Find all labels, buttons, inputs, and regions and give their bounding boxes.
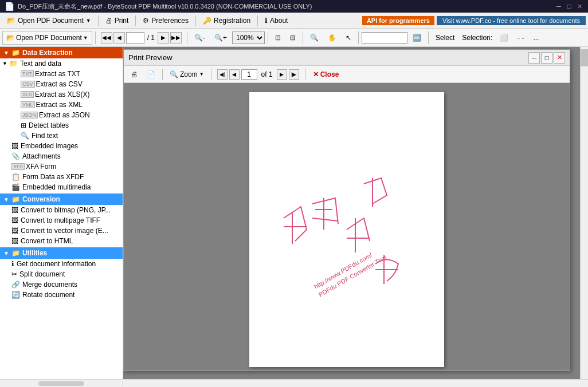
pp-page-setup-btn[interactable]: 📄: [143, 68, 159, 81]
tree-rotate-document[interactable]: 🔄 Rotate document: [0, 290, 123, 300]
tree-convert-vector[interactable]: 🖼 Convert to vector image (E...: [0, 226, 123, 236]
sidebar-scroll-track[interactable]: [0, 379, 123, 387]
pp-print-btn[interactable]: 🖨: [127, 68, 141, 81]
tree-get-doc-info[interactable]: ℹ Get document information: [0, 259, 123, 269]
item-label: Split document: [19, 270, 65, 278]
tree-convert-bitmap[interactable]: 🖼 Convert to bitmap (PNG, JP...: [0, 205, 123, 215]
item-label: Find text: [32, 132, 58, 140]
page-separator: / 1: [147, 34, 155, 42]
pp-close-button[interactable]: ✕ Close: [309, 69, 343, 80]
toolbar-sep-3: [268, 31, 268, 44]
close-window-button[interactable]: ✕: [575, 2, 583, 10]
menu-registration[interactable]: 🔑 Registration: [198, 13, 255, 28]
selection-label: Selection:: [462, 34, 492, 42]
about-icon: ℹ: [265, 17, 268, 25]
item-label: Rotate document: [22, 291, 75, 299]
tree-extract-json[interactable]: JSON Extract as JSON: [0, 110, 123, 120]
menu-open[interactable]: 📂 Open PDF Document ▼: [2, 13, 96, 28]
group-expand-icon: ▼: [3, 250, 9, 256]
item-label: Merge documents: [22, 281, 77, 289]
cursor-btn[interactable]: ↖: [342, 31, 355, 45]
tree-detect-tables[interactable]: ⊞ Detect tables: [0, 120, 123, 131]
toolbar-open-btn[interactable]: 📂 Open PDF Document ▼: [2, 31, 92, 45]
table-icon: ⊞: [21, 121, 26, 129]
images-icon: 🖼: [11, 142, 18, 150]
nav-prev-section[interactable]: ◀◀: [101, 32, 112, 44]
tree-text-and-data[interactable]: ▼ 📁 Text and data: [0, 58, 123, 69]
group-utilities[interactable]: ▼ 📁 Utilities: [0, 247, 123, 259]
tree-extract-xls[interactable]: XLS Extract as XLS(X): [0, 89, 123, 100]
tree-extract-txt[interactable]: TXT Extract as TXT: [0, 69, 123, 79]
nav-next[interactable]: ▶: [158, 32, 169, 44]
tree-merge-documents[interactable]: 🔗 Merge documents: [0, 279, 123, 290]
nav-prev[interactable]: ◀: [113, 32, 125, 44]
pp-zoom-icon: 🔍: [170, 70, 178, 78]
tree-convert-tiff[interactable]: 🖼 Convert to multipage TIFF: [0, 215, 123, 226]
toolbar: 📂 Open PDF Document ▼ ◀◀ ◀ 1 / 1 ▶ ▶▶ 🔍-…: [0, 29, 588, 47]
pp-zoom-arrow: ▼: [199, 72, 204, 77]
hand-tool-btn[interactable]: ✋: [324, 31, 340, 45]
zoom-select[interactable]: 50% 100% 150% 200%: [232, 31, 265, 44]
tree-embedded-images[interactable]: 🖼 Embedded images: [0, 141, 123, 151]
find-btn[interactable]: 🔤: [409, 31, 425, 45]
pp-close-btn[interactable]: ✕: [554, 52, 565, 64]
group-icon: 📁: [11, 49, 20, 57]
tree-form-data-xfdf[interactable]: 📋 Form Data as XFDF: [0, 172, 123, 182]
menu-preferences[interactable]: ⚙ Preferences: [138, 13, 193, 28]
attach-icon: 📎: [11, 152, 20, 160]
toolbar-sep-4: [303, 31, 303, 44]
item-label: Form Data as XFDF: [22, 173, 84, 181]
menu-about[interactable]: ℹ About: [260, 13, 292, 28]
tree-xfa-form[interactable]: XFA XFA Form: [0, 161, 123, 172]
open-pdf-arrow: ▼: [83, 35, 88, 41]
tree-convert-html[interactable]: 🖼 Convert to HTML: [0, 236, 123, 246]
pp-minimize-btn[interactable]: ─: [528, 52, 540, 64]
sidebar-scrollbar-thumb[interactable]: [38, 381, 84, 386]
selection-rect[interactable]: ⬜: [496, 31, 512, 45]
search-input[interactable]: [362, 32, 407, 44]
tree-extract-xml[interactable]: XML Extract as XML: [0, 100, 123, 110]
nav-next-section[interactable]: ▶▶: [170, 32, 182, 44]
menu-preferences-label: Preferences: [151, 17, 189, 25]
visit-button[interactable]: Visit www.PDF.co - free online tool for …: [437, 16, 586, 25]
select-btn[interactable]: Select: [432, 31, 458, 45]
pp-next-btn[interactable]: ▶: [277, 69, 287, 80]
page-input[interactable]: 1: [126, 32, 144, 44]
tree-extract-csv[interactable]: CSV Extract as CSV: [0, 79, 123, 89]
pp-maximize-btn[interactable]: □: [541, 52, 552, 64]
tree-find-text[interactable]: 🔍 Find text: [0, 131, 123, 141]
item-label: Get document information: [17, 260, 96, 268]
tiff-icon: 🖼: [11, 216, 18, 224]
group-conversion[interactable]: ▼ 📁 Conversion: [0, 194, 123, 205]
titlebar-controls: ─ □ ✕: [555, 2, 583, 10]
split-icon: ✂: [11, 270, 17, 278]
scroll-track-h[interactable]: [123, 380, 588, 387]
tree-attachments[interactable]: 📎 Attachments: [0, 151, 123, 161]
pp-first-btn[interactable]: ◀|: [217, 69, 228, 80]
group-data-extraction[interactable]: ▼ 📁 Data Extraction: [0, 47, 123, 58]
selection-dash[interactable]: - -: [513, 31, 528, 45]
fit-page-btn[interactable]: ⊡: [271, 31, 285, 45]
content-area: Print Preview ─ □ ✕ 🖨 📄 🔍 Zoom: [123, 47, 588, 387]
scroll-thumb-v[interactable]: [581, 49, 588, 66]
pp-zoom-btn[interactable]: 🔍 Zoom ▼: [166, 68, 207, 81]
api-button[interactable]: API for programmers: [362, 16, 434, 25]
zoom-out-btn[interactable]: 🔍-: [190, 31, 209, 45]
menu-print[interactable]: 🖨 Print: [101, 13, 134, 28]
minimize-button[interactable]: ─: [555, 2, 563, 10]
pp-page-input[interactable]: [241, 69, 257, 80]
tree-split-document[interactable]: ✂ Split document: [0, 269, 123, 279]
selection-more[interactable]: ...: [529, 31, 543, 45]
content-scrollbar-horizontal[interactable]: [123, 379, 588, 387]
menubar: 📂 Open PDF Document ▼ 🖨 Print ⚙ Preferen…: [0, 13, 588, 29]
fit-width-btn[interactable]: ⊟: [286, 31, 300, 45]
content-scrollbar-vertical[interactable]: [580, 47, 588, 379]
maximize-button[interactable]: □: [565, 2, 573, 10]
pp-of-label: of 1: [261, 70, 273, 78]
item-label: Extract as TXT: [35, 70, 80, 78]
search-btn[interactable]: 🔍: [306, 31, 323, 45]
pp-last-btn[interactable]: |▶: [289, 69, 299, 80]
pp-prev-btn[interactable]: ◀: [229, 69, 240, 80]
zoom-in-btn[interactable]: 🔍+: [210, 31, 231, 45]
tree-embedded-multimedia[interactable]: 🎬 Embedded multimedia: [0, 182, 123, 192]
